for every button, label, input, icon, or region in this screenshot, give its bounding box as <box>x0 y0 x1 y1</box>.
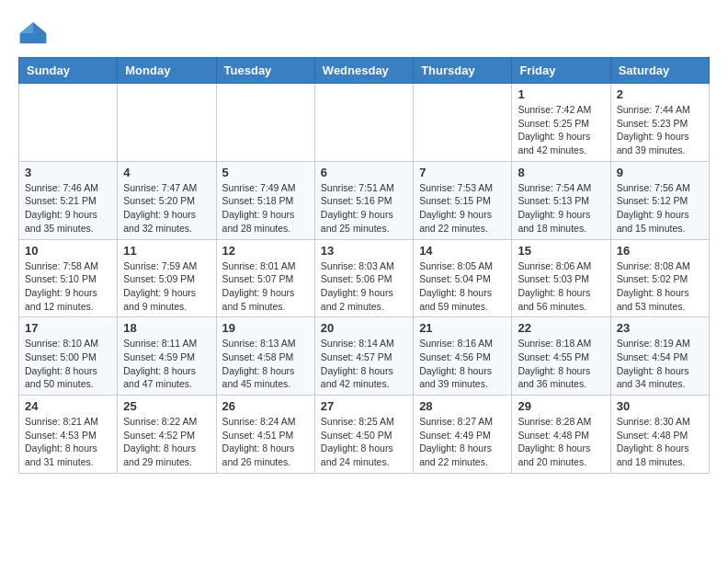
day-info: Sunrise: 7:56 AM Sunset: 5:12 PM Dayligh… <box>617 181 703 236</box>
day-number: 1 <box>518 87 604 101</box>
day-number: 29 <box>518 399 604 413</box>
header-day: Thursday <box>414 58 512 84</box>
calendar-cell: 16Sunrise: 8:08 AM Sunset: 5:02 PM Dayli… <box>610 239 709 317</box>
calendar-cell: 17Sunrise: 8:10 AM Sunset: 5:00 PM Dayli… <box>19 317 118 396</box>
day-info: Sunrise: 8:25 AM Sunset: 4:50 PM Dayligh… <box>321 415 407 469</box>
calendar-week: 10Sunrise: 7:58 AM Sunset: 5:10 PM Dayli… <box>19 239 710 317</box>
calendar-cell: 14Sunrise: 8:05 AM Sunset: 5:04 PM Dayli… <box>414 239 512 317</box>
calendar-cell: 28Sunrise: 8:27 AM Sunset: 4:49 PM Dayli… <box>414 396 512 474</box>
calendar-cell: 3Sunrise: 7:46 AM Sunset: 5:21 PM Daylig… <box>19 161 118 239</box>
day-number: 12 <box>222 244 309 258</box>
day-info: Sunrise: 8:27 AM Sunset: 4:49 PM Dayligh… <box>419 415 506 469</box>
calendar-cell: 22Sunrise: 8:18 AM Sunset: 4:55 PM Dayli… <box>512 317 610 396</box>
day-info: Sunrise: 8:01 AM Sunset: 5:07 PM Dayligh… <box>222 259 309 314</box>
calendar-cell: 29Sunrise: 8:28 AM Sunset: 4:48 PM Dayli… <box>512 396 610 474</box>
calendar-cell: 18Sunrise: 8:11 AM Sunset: 4:59 PM Dayli… <box>118 317 216 396</box>
day-number: 30 <box>617 399 703 413</box>
day-info: Sunrise: 7:54 AM Sunset: 5:13 PM Dayligh… <box>518 181 604 236</box>
calendar-cell: 19Sunrise: 8:13 AM Sunset: 4:58 PM Dayli… <box>216 317 314 396</box>
day-number: 24 <box>25 399 111 413</box>
day-info: Sunrise: 7:51 AM Sunset: 5:16 PM Dayligh… <box>321 181 407 236</box>
calendar-cell: 13Sunrise: 8:03 AM Sunset: 5:06 PM Dayli… <box>314 239 413 317</box>
svg-marker-0 <box>33 22 46 33</box>
day-info: Sunrise: 8:11 AM Sunset: 4:59 PM Dayligh… <box>123 337 210 391</box>
day-info: Sunrise: 7:42 AM Sunset: 5:25 PM Dayligh… <box>518 103 604 157</box>
day-number: 19 <box>222 321 309 335</box>
day-number: 21 <box>419 321 506 335</box>
day-number: 4 <box>123 166 210 179</box>
calendar-cell: 7Sunrise: 7:53 AM Sunset: 5:15 PM Daylig… <box>414 161 512 239</box>
day-info: Sunrise: 7:49 AM Sunset: 5:18 PM Dayligh… <box>222 181 309 236</box>
calendar-cell: 24Sunrise: 8:21 AM Sunset: 4:53 PM Dayli… <box>19 396 118 474</box>
day-number: 8 <box>518 166 604 179</box>
header-day: Sunday <box>19 58 118 84</box>
header-day: Wednesday <box>314 58 413 84</box>
calendar-cell: 8Sunrise: 7:54 AM Sunset: 5:13 PM Daylig… <box>512 161 610 239</box>
calendar-cell: 9Sunrise: 7:56 AM Sunset: 5:12 PM Daylig… <box>610 161 709 239</box>
day-info: Sunrise: 8:28 AM Sunset: 4:48 PM Dayligh… <box>518 415 604 469</box>
calendar-table: SundayMondayTuesdayWednesdayThursdayFrid… <box>18 57 710 474</box>
day-info: Sunrise: 8:18 AM Sunset: 4:55 PM Dayligh… <box>518 337 604 391</box>
day-number: 13 <box>321 244 407 258</box>
calendar-week: 1Sunrise: 7:42 AM Sunset: 5:25 PM Daylig… <box>19 84 710 162</box>
day-info: Sunrise: 8:06 AM Sunset: 5:03 PM Dayligh… <box>518 259 604 314</box>
day-number: 14 <box>419 244 506 258</box>
day-number: 5 <box>222 166 309 179</box>
day-info: Sunrise: 8:08 AM Sunset: 5:02 PM Dayligh… <box>617 259 703 314</box>
day-number: 26 <box>222 399 309 413</box>
header-day: Friday <box>512 58 610 84</box>
day-info: Sunrise: 7:46 AM Sunset: 5:21 PM Dayligh… <box>25 181 111 236</box>
header-day: Monday <box>118 58 216 84</box>
calendar-cell: 4Sunrise: 7:47 AM Sunset: 5:20 PM Daylig… <box>118 161 216 239</box>
calendar-cell: 23Sunrise: 8:19 AM Sunset: 4:54 PM Dayli… <box>610 317 709 396</box>
page-header <box>18 18 710 48</box>
day-number: 23 <box>617 321 703 335</box>
day-number: 3 <box>25 166 111 179</box>
day-info: Sunrise: 7:58 AM Sunset: 5:10 PM Dayligh… <box>25 259 111 314</box>
day-info: Sunrise: 8:24 AM Sunset: 4:51 PM Dayligh… <box>222 415 309 469</box>
day-info: Sunrise: 8:10 AM Sunset: 5:00 PM Dayligh… <box>25 337 111 391</box>
day-info: Sunrise: 7:53 AM Sunset: 5:15 PM Dayligh… <box>419 181 506 236</box>
day-number: 15 <box>518 244 604 258</box>
calendar-body: 1Sunrise: 7:42 AM Sunset: 5:25 PM Daylig… <box>19 84 710 474</box>
day-number: 22 <box>518 321 604 335</box>
day-info: Sunrise: 8:19 AM Sunset: 4:54 PM Dayligh… <box>617 337 703 391</box>
calendar-cell: 11Sunrise: 7:59 AM Sunset: 5:09 PM Dayli… <box>118 239 216 317</box>
day-info: Sunrise: 8:16 AM Sunset: 4:56 PM Dayligh… <box>419 337 506 391</box>
calendar-cell <box>314 84 413 162</box>
calendar-cell: 2Sunrise: 7:44 AM Sunset: 5:23 PM Daylig… <box>610 84 709 162</box>
day-info: Sunrise: 7:59 AM Sunset: 5:09 PM Dayligh… <box>123 259 210 314</box>
calendar-cell: 25Sunrise: 8:22 AM Sunset: 4:52 PM Dayli… <box>118 396 216 474</box>
calendar-week: 24Sunrise: 8:21 AM Sunset: 4:53 PM Dayli… <box>19 396 710 474</box>
day-number: 16 <box>617 244 703 258</box>
calendar-cell <box>118 84 216 162</box>
logo <box>18 18 53 48</box>
calendar-cell <box>216 84 314 162</box>
day-number: 18 <box>123 321 210 335</box>
calendar-cell: 26Sunrise: 8:24 AM Sunset: 4:51 PM Dayli… <box>216 396 314 474</box>
day-number: 10 <box>25 244 111 258</box>
day-number: 9 <box>617 166 703 179</box>
day-info: Sunrise: 8:03 AM Sunset: 5:06 PM Dayligh… <box>321 259 407 314</box>
day-number: 17 <box>25 321 111 335</box>
calendar-cell: 5Sunrise: 7:49 AM Sunset: 5:18 PM Daylig… <box>216 161 314 239</box>
day-info: Sunrise: 8:05 AM Sunset: 5:04 PM Dayligh… <box>419 259 506 314</box>
calendar-week: 17Sunrise: 8:10 AM Sunset: 5:00 PM Dayli… <box>19 317 710 396</box>
calendar-cell <box>19 84 118 162</box>
calendar-week: 3Sunrise: 7:46 AM Sunset: 5:21 PM Daylig… <box>19 161 710 239</box>
header-row: SundayMondayTuesdayWednesdayThursdayFrid… <box>19 58 710 84</box>
day-number: 25 <box>123 399 210 413</box>
day-number: 28 <box>419 399 506 413</box>
day-number: 2 <box>617 87 703 101</box>
header-day: Saturday <box>610 58 709 84</box>
calendar-cell: 6Sunrise: 7:51 AM Sunset: 5:16 PM Daylig… <box>314 161 413 239</box>
day-number: 20 <box>321 321 407 335</box>
day-info: Sunrise: 8:22 AM Sunset: 4:52 PM Dayligh… <box>123 415 210 469</box>
calendar-cell: 21Sunrise: 8:16 AM Sunset: 4:56 PM Dayli… <box>414 317 512 396</box>
calendar-cell: 10Sunrise: 7:58 AM Sunset: 5:10 PM Dayli… <box>19 239 118 317</box>
calendar-cell: 20Sunrise: 8:14 AM Sunset: 4:57 PM Dayli… <box>314 317 413 396</box>
calendar-cell: 30Sunrise: 8:30 AM Sunset: 4:48 PM Dayli… <box>610 396 709 474</box>
calendar-cell: 15Sunrise: 8:06 AM Sunset: 5:03 PM Dayli… <box>512 239 610 317</box>
svg-marker-1 <box>20 22 33 33</box>
calendar-header: SundayMondayTuesdayWednesdayThursdayFrid… <box>19 58 710 84</box>
